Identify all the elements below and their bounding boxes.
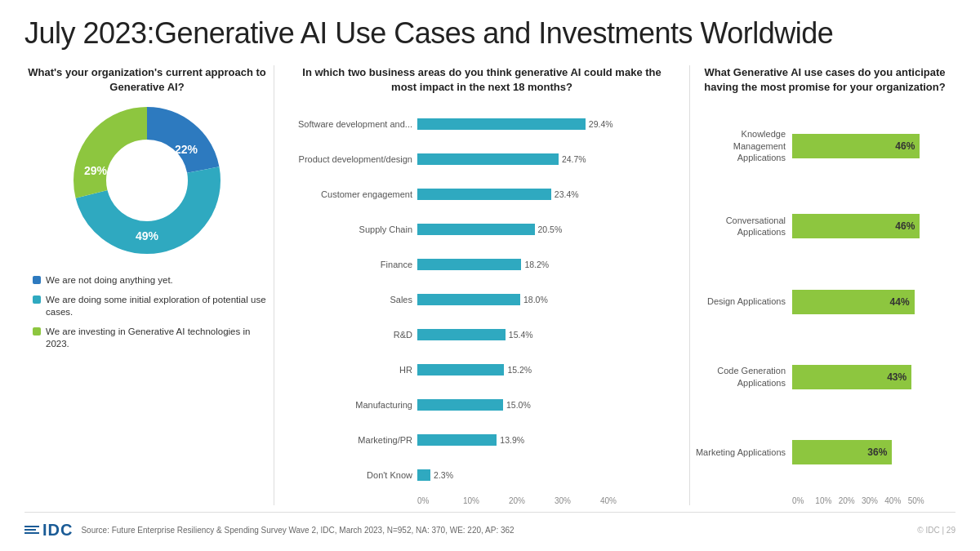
footer-copyright: © IDC | 29: [917, 526, 956, 535]
left-panel-title: What's your organization's current appro…: [24, 65, 270, 95]
right-bar-label: Conversational Applications: [694, 215, 792, 238]
mid-bar-fill: [417, 189, 551, 200]
mid-axis-label: 40%: [600, 496, 646, 505]
legend-label-1: We are not doing anything yet.: [46, 274, 173, 287]
donut-label-29: 29%: [84, 164, 108, 177]
right-bar-track: 44%: [792, 290, 956, 314]
mid-bar-row: Manufacturing15.0%: [295, 396, 669, 414]
mid-axis-label: 0%: [417, 496, 463, 505]
mid-bar-label: Product development/design: [295, 154, 417, 164]
right-axis-label: 30%: [862, 496, 884, 505]
main-title: July 2023:Generative AI Use Cases and In…: [24, 16, 956, 51]
mid-bar-track: 15.4%: [417, 329, 669, 340]
right-panel-title: What Generative AI use cases do you anti…: [694, 65, 956, 95]
mid-bar-label: R&D: [295, 330, 417, 340]
title-prefix: July 2023:: [24, 16, 154, 50]
mid-bar-track: 2.3%: [417, 469, 669, 481]
mid-bar-value: 15.2%: [507, 365, 532, 375]
legend-dot-3: [33, 327, 41, 335]
content-row: What's your organization's current appro…: [24, 65, 956, 505]
right-bar-chart: Knowledge Management Applications46%Conv…: [694, 106, 956, 493]
right-bar-label: Design Applications: [694, 295, 792, 307]
donut-label-22: 22%: [175, 143, 198, 156]
right-bar-track: 46%: [792, 214, 956, 238]
mid-bar-track: 15.2%: [417, 364, 669, 375]
legend-dot-2: [33, 295, 41, 304]
mid-bar-label: Customer engagement: [295, 189, 417, 199]
mid-bar-label: Supply Chain: [295, 224, 417, 234]
legend-dot-1: [33, 276, 41, 284]
right-bar-label: Knowledge Management Applications: [694, 128, 792, 163]
mid-axis-label: 30%: [555, 496, 600, 505]
idc-line-1: [24, 526, 39, 527]
mid-bar-fill: [417, 469, 430, 481]
donut-label-49: 49%: [136, 229, 159, 242]
mid-bar-label: Sales: [295, 295, 417, 304]
right-axis-labels: 0%10%20%30%40%50%: [792, 496, 931, 505]
mid-bar-fill: [417, 329, 506, 340]
mid-bar-track: 18.0%: [417, 294, 669, 305]
legend-item-1: We are not doing anything yet.: [33, 274, 270, 287]
idc-lines: [24, 526, 39, 534]
mid-bar-fill: [417, 364, 504, 375]
right-bar-track: 43%: [792, 365, 956, 389]
legend-label-3: We are investing in Generative AI techno…: [46, 326, 270, 351]
mid-bar-label: Manufacturing: [295, 400, 417, 410]
mid-bar-row: Software development and...29.4%: [295, 115, 669, 133]
donut-chart: 22% 49% 29%: [69, 103, 225, 258]
right-panel: What Generative AI use cases do you anti…: [694, 65, 956, 505]
right-axis-label: 0%: [792, 496, 815, 505]
mid-bar-track: 18.2%: [417, 259, 669, 270]
mid-bar-track: 20.5%: [417, 224, 669, 235]
right-bar-track: 46%: [792, 134, 956, 158]
right-bar-label: Marketing Applications: [694, 447, 792, 458]
mid-bar-fill: [417, 434, 497, 446]
mid-bar-row: Marketing/PR13.9%: [295, 431, 669, 449]
mid-bar-value: 2.3%: [434, 470, 453, 480]
mid-bar-row: HR15.2%: [295, 361, 669, 379]
donut-svg: 22% 49% 29%: [69, 103, 225, 258]
mid-bar-row: Product development/design24.7%: [295, 150, 669, 168]
mid-bar-label: HR: [295, 365, 417, 375]
mid-bar-track: 13.9%: [417, 434, 669, 446]
mid-bar-value: 15.4%: [509, 330, 533, 340]
right-bar-track: 36%: [792, 440, 956, 464]
footer-source: Source: Future Enterprise Resiliency & S…: [81, 526, 514, 535]
left-panel: What's your organization's current appro…: [24, 65, 270, 505]
legend-label-2: We are doing some initial exploration of…: [46, 294, 270, 319]
mid-bar-track: 24.7%: [417, 153, 669, 165]
mid-bar-value: 24.7%: [562, 154, 586, 164]
mid-bar-label: Marketing/PR: [295, 435, 417, 445]
legend-item-2: We are doing some initial exploration of…: [33, 294, 270, 319]
right-bar-row: Code Generation Applications43%: [694, 365, 956, 389]
mid-bar-chart: Software development and...29.4%Product …: [295, 106, 669, 493]
right-bar-row: Marketing Applications36%: [694, 440, 956, 464]
legend: We are not doing anything yet. We are do…: [24, 274, 270, 358]
mid-bar-label: Software development and...: [295, 119, 417, 129]
mid-bar-row: Don't Know2.3%: [295, 466, 669, 484]
idc-line-3: [24, 532, 39, 534]
right-bar-fill: 46%: [792, 134, 920, 158]
mid-bar-fill: [417, 224, 535, 235]
mid-bar-value: 23.4%: [555, 189, 579, 199]
mid-bar-track: 23.4%: [417, 189, 669, 200]
right-bar-value: 46%: [895, 140, 915, 152]
mid-bar-row: Sales18.0%: [295, 291, 669, 309]
mid-axis-label: 10%: [463, 496, 509, 505]
right-bar-fill: 44%: [792, 290, 915, 314]
mid-bar-row: Finance18.2%: [295, 256, 669, 273]
right-bar-fill: 36%: [792, 440, 892, 464]
mid-bar-fill: [417, 399, 503, 411]
mid-bar-label: Don't Know: [295, 470, 417, 480]
mid-bar-value: 15.0%: [506, 400, 531, 410]
divider-left: [274, 65, 274, 505]
legend-item-3: We are investing in Generative AI techno…: [33, 326, 270, 351]
mid-axis-label: 20%: [509, 496, 555, 505]
footer-left: IDC Source: Future Enterprise Resiliency…: [24, 521, 514, 540]
mid-bar-value: 18.2%: [524, 260, 549, 269]
page: July 2023:Generative AI Use Cases and In…: [0, 0, 980, 551]
mid-bar-fill: [417, 294, 520, 305]
right-bar-value: 43%: [887, 371, 906, 383]
mid-bar-fill: [417, 118, 586, 130]
right-axis-label: 20%: [839, 496, 862, 505]
